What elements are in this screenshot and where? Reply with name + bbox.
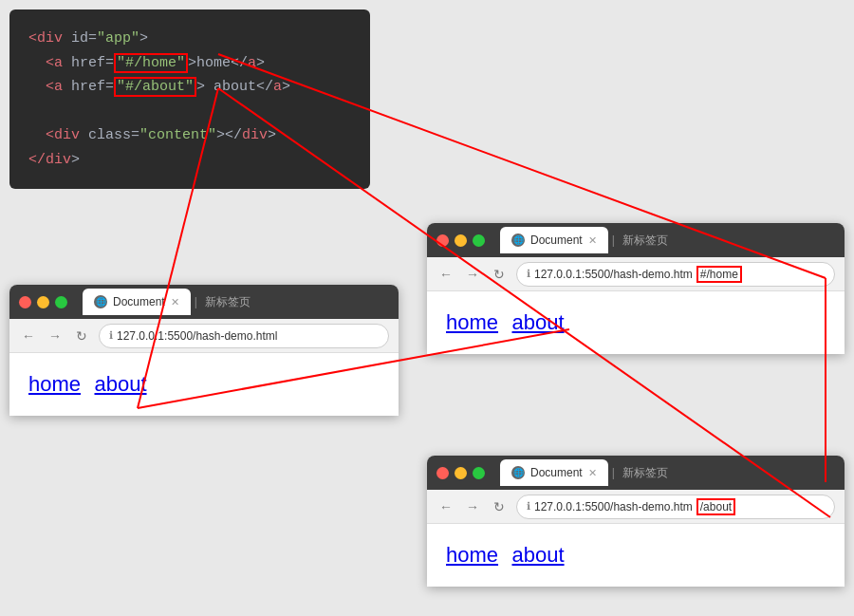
address-text-bottom: 127.0.0.1:5500/hash-demo.htm — [534, 500, 693, 513]
code-line-4 — [28, 100, 351, 124]
traffic-light-green[interactable] — [55, 296, 67, 308]
traffic-light-yellow-bottom[interactable] — [455, 467, 467, 479]
browser-titlebar-small: 🌐 Document ✕ | 新标签页 — [9, 285, 399, 319]
browser-content-small: home about — [9, 353, 399, 416]
info-icon-bottom: ℹ — [527, 500, 530, 513]
browser-mid: 🌐 Document ✕ | 新标签页 ← → ↻ ℹ 127.0.0.1:55… — [427, 223, 845, 354]
page-links-mid: home about — [446, 310, 826, 335]
traffic-light-red-mid[interactable] — [436, 234, 449, 247]
home-link-bottom[interactable]: home — [446, 543, 498, 567]
forward-btn-bottom[interactable]: → — [463, 497, 482, 516]
about-link-mid[interactable]: about — [512, 310, 565, 334]
refresh-btn[interactable]: ↻ — [72, 327, 91, 345]
browser-titlebar-bottom: 🌐 Document ✕ | 新标签页 — [427, 456, 845, 490]
refresh-btn-mid[interactable]: ↻ — [490, 265, 509, 284]
address-bar-bottom[interactable]: ℹ 127.0.0.1:5500/hash-demo.htm/about — [516, 495, 835, 519]
about-link-bottom[interactable]: about — [512, 543, 565, 567]
tab-divider-bottom: | — [612, 466, 615, 479]
refresh-btn-bottom[interactable]: ↻ — [490, 497, 509, 516]
code-line-1: <div id="app"> — [28, 27, 351, 51]
tab-divider-mid: | — [612, 233, 615, 247]
address-text: 127.0.0.1:5500/hash-demo.html — [117, 329, 277, 343]
traffic-light-red[interactable] — [19, 296, 31, 308]
page-links-small: home about — [28, 372, 380, 397]
traffic-light-yellow[interactable] — [37, 296, 49, 308]
tab-close-btn[interactable]: ✕ — [171, 296, 179, 308]
tab-divider: | — [195, 295, 197, 308]
tab-close-bottom[interactable]: ✕ — [588, 467, 597, 479]
browser-content-mid: home about — [427, 291, 845, 354]
tab-title: Document — [113, 295, 165, 308]
forward-btn-mid[interactable]: → — [463, 265, 482, 284]
tab-area-mid: 🌐 Document ✕ | 新标签页 — [500, 227, 835, 253]
tab-document-bottom[interactable]: 🌐 Document ✕ — [500, 459, 608, 486]
address-bar-mid[interactable]: ℹ 127.0.0.1:5500/hash-demo.htm#/home — [516, 262, 835, 287]
info-icon: ℹ — [109, 329, 113, 342]
new-tab-label: 新标签页 — [205, 294, 251, 310]
tab-document-mid[interactable]: 🌐 Document ✕ — [500, 227, 608, 253]
info-icon-mid: ℹ — [527, 268, 530, 280]
code-block: <div id="app"> <a href="#/home">home</a>… — [9, 9, 370, 189]
browser-titlebar-mid: 🌐 Document ✕ | 新标签页 — [427, 223, 845, 257]
browser-toolbar-mid: ← → ↻ ℹ 127.0.0.1:5500/hash-demo.htm#/ho… — [427, 257, 845, 291]
tab-title-mid: Document — [530, 233, 583, 247]
browser-content-bottom: home about — [427, 524, 845, 587]
address-hash-bottom: /about — [696, 498, 735, 515]
code-tag: <div — [28, 30, 63, 47]
traffic-light-red-bottom[interactable] — [436, 467, 449, 479]
back-btn-mid[interactable]: ← — [436, 265, 455, 284]
home-link-mid[interactable]: home — [446, 310, 498, 334]
tab-area-bottom: 🌐 Document ✕ | 新标签页 — [500, 459, 835, 486]
new-tab-mid: 新标签页 — [622, 233, 668, 249]
address-text-mid: 127.0.0.1:5500/hash-demo.htm — [534, 268, 693, 281]
tab-favicon-bottom: 🌐 — [511, 466, 525, 479]
code-line-3: <a href="#/about"> about</a> — [28, 75, 351, 100]
code-line-5: <div class="content"></div> — [28, 123, 351, 148]
address-hash-mid: #/home — [696, 266, 742, 283]
browser-toolbar-bottom: ← → ↻ ℹ 127.0.0.1:5500/hash-demo.htm/abo… — [427, 490, 845, 524]
browser-bottom: 🌐 Document ✕ | 新标签页 ← → ↻ ℹ 127.0.0.1:55… — [427, 456, 845, 587]
code-line-2: <a href="#/home">home</a> — [28, 51, 351, 76]
home-link-small[interactable]: home — [28, 372, 81, 396]
tab-title-bottom: Document — [530, 466, 583, 479]
tab-favicon-mid: 🌐 — [511, 233, 525, 247]
back-btn-bottom[interactable]: ← — [436, 497, 455, 516]
new-tab-bottom: 新标签页 — [622, 465, 668, 481]
browser-small: 🌐 Document ✕ | 新标签页 ← → ↻ ℹ 127.0.0.1:55… — [9, 285, 399, 416]
browser-toolbar-small: ← → ↻ ℹ 127.0.0.1:5500/hash-demo.html — [9, 319, 399, 353]
page-links-bottom: home about — [446, 543, 826, 568]
traffic-light-green-mid[interactable] — [473, 234, 485, 247]
tab-favicon: 🌐 — [94, 295, 107, 308]
forward-btn[interactable]: → — [46, 327, 65, 345]
traffic-light-green-bottom[interactable] — [473, 467, 485, 479]
back-btn[interactable]: ← — [19, 327, 38, 345]
traffic-light-yellow-mid[interactable] — [455, 234, 467, 247]
about-link-small[interactable]: about — [95, 372, 147, 396]
tab-close-mid[interactable]: ✕ — [588, 234, 597, 247]
code-line-6: </div> — [28, 148, 351, 173]
tab-area: 🌐 Document ✕ | 新标签页 — [83, 289, 389, 315]
address-bar-small[interactable]: ℹ 127.0.0.1:5500/hash-demo.html — [99, 324, 389, 348]
tab-document[interactable]: 🌐 Document ✕ — [83, 289, 191, 315]
